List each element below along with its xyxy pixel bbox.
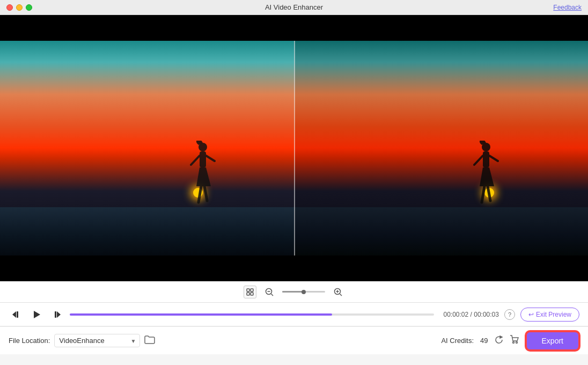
svg-line-13 (488, 186, 490, 201)
svg-line-6 (204, 186, 207, 201)
svg-point-32 (516, 341, 517, 343)
titlebar: AI Video Enhancer Feedback (0, 0, 588, 15)
svg-line-22 (340, 294, 342, 296)
current-time: 00:00:02 (444, 311, 469, 318)
play-button[interactable] (29, 307, 44, 322)
svg-marker-28 (57, 311, 61, 318)
zoom-toolbar (0, 281, 588, 303)
file-location-select-wrapper: VideoEnhance Desktop Documents Downloads… (54, 334, 140, 347)
playback-bar: 00:00:02 / 00:00:03 ? ↩ Exit Preview (0, 303, 588, 326)
step-back-button[interactable] (9, 307, 24, 322)
video-panel-enhanced (294, 41, 588, 256)
open-folder-button[interactable] (144, 335, 155, 346)
cart-button[interactable] (510, 335, 519, 347)
bottom-bar: File Location: VideoEnhance Desktop Docu… (0, 326, 588, 354)
water-right (294, 207, 588, 256)
svg-rect-26 (17, 311, 18, 318)
video-comparison (0, 41, 588, 256)
ai-credits-value: 49 (480, 337, 488, 345)
minimize-button[interactable] (16, 4, 23, 11)
total-time: 00:00:03 (474, 311, 499, 318)
feedback-link[interactable]: Feedback (553, 4, 582, 11)
step-forward-button[interactable] (49, 307, 64, 322)
comparison-divider[interactable] (294, 41, 295, 256)
svg-rect-17 (251, 293, 253, 295)
svg-marker-9 (480, 167, 494, 186)
svg-line-5 (199, 186, 201, 202)
svg-line-11 (489, 156, 498, 161)
file-location-select[interactable]: VideoEnhance Desktop Documents Downloads (54, 334, 140, 347)
file-location-group: File Location: VideoEnhance Desktop Docu… (9, 334, 155, 347)
svg-marker-2 (196, 167, 211, 186)
refresh-credits-button[interactable] (495, 335, 503, 346)
progress-bar[interactable] (70, 313, 434, 316)
water-left (0, 207, 294, 256)
time-separator: / (471, 311, 472, 318)
help-button[interactable]: ? (504, 309, 515, 320)
black-bar-top (0, 15, 588, 41)
svg-line-19 (271, 294, 274, 296)
app-title: AI Video Enhancer (265, 3, 323, 11)
zoom-out-button[interactable] (263, 286, 276, 298)
fit-screen-button[interactable] (244, 286, 256, 298)
svg-marker-25 (12, 311, 16, 318)
svg-rect-15 (251, 289, 253, 291)
svg-line-4 (206, 156, 215, 161)
time-display: 00:00:02 / 00:00:03 (444, 311, 499, 318)
window-controls (6, 4, 32, 11)
exit-preview-button[interactable]: ↩ Exit Preview (520, 308, 579, 322)
close-button[interactable] (6, 4, 13, 11)
figure-silhouette-left (187, 141, 219, 207)
maximize-button[interactable] (26, 4, 32, 11)
black-bar-bottom (0, 256, 588, 281)
progress-fill (70, 313, 332, 316)
svg-line-10 (474, 156, 483, 165)
svg-marker-30 (500, 336, 502, 338)
svg-marker-27 (34, 311, 40, 318)
svg-point-31 (512, 341, 514, 343)
export-button[interactable]: Export (526, 331, 579, 351)
video-preview-area (0, 15, 588, 281)
svg-rect-29 (55, 311, 56, 318)
zoom-in-button[interactable] (332, 286, 344, 298)
figure-silhouette-right (470, 141, 502, 207)
file-location-label: File Location: (9, 337, 50, 345)
right-controls-group: AI Credits: 49 Export (441, 331, 579, 351)
ai-credits-label: AI Credits: (441, 337, 474, 345)
svg-line-12 (482, 186, 484, 202)
svg-line-3 (191, 156, 200, 165)
svg-rect-8 (483, 151, 489, 167)
svg-rect-16 (247, 293, 249, 295)
video-panel-original (0, 41, 294, 256)
zoom-slider[interactable] (282, 291, 325, 293)
svg-rect-14 (247, 289, 249, 291)
exit-preview-label: Exit Preview (536, 311, 571, 318)
svg-rect-1 (200, 151, 206, 167)
exit-preview-icon: ↩ (528, 311, 534, 318)
